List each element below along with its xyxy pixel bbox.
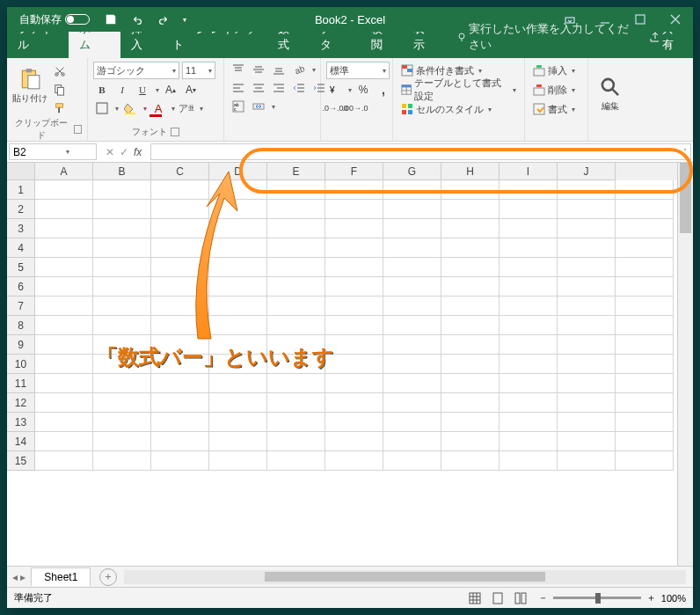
cell[interactable] xyxy=(267,413,325,432)
cell[interactable] xyxy=(325,238,383,258)
cell[interactable] xyxy=(441,277,499,297)
cell[interactable] xyxy=(499,393,558,413)
find-select-button[interactable]: 編集 xyxy=(594,68,627,121)
cell[interactable] xyxy=(209,316,267,335)
cell[interactable] xyxy=(93,316,151,335)
cell[interactable] xyxy=(558,335,616,355)
row-header[interactable]: 4 xyxy=(7,238,35,258)
cell[interactable] xyxy=(209,355,267,374)
cell[interactable] xyxy=(151,277,209,297)
cell[interactable] xyxy=(93,374,151,393)
cell[interactable] xyxy=(616,355,674,374)
cell[interactable] xyxy=(267,316,325,335)
cell[interactable] xyxy=(93,355,151,374)
cell[interactable] xyxy=(35,180,93,200)
col-header[interactable]: I xyxy=(499,163,558,180)
cell[interactable] xyxy=(325,200,383,219)
cell[interactable] xyxy=(499,316,558,335)
formula-bar-expand-icon[interactable]: ˅ xyxy=(683,148,687,156)
cell[interactable] xyxy=(267,335,325,355)
number-format-combo[interactable]: 標準▾ xyxy=(326,62,390,79)
cell[interactable] xyxy=(325,355,383,374)
zoom-level[interactable]: 100% xyxy=(661,593,686,604)
cell[interactable] xyxy=(558,277,616,297)
format-as-table-button[interactable]: テーブルとして書式設定▾ xyxy=(398,82,519,98)
cell[interactable] xyxy=(209,277,267,297)
cell[interactable] xyxy=(383,277,441,297)
format-painter-icon[interactable] xyxy=(51,100,69,116)
indent-decrease-icon[interactable] xyxy=(290,80,308,96)
enter-formula-icon[interactable]: ✓ xyxy=(120,146,128,158)
cell[interactable] xyxy=(267,277,325,297)
name-box-input[interactable] xyxy=(13,146,66,158)
cell[interactable] xyxy=(383,413,441,432)
cell[interactable] xyxy=(93,200,151,219)
cell[interactable] xyxy=(209,335,267,355)
col-header[interactable]: G xyxy=(383,163,441,180)
cell[interactable] xyxy=(325,393,383,413)
cell[interactable] xyxy=(325,219,383,238)
font-size-combo[interactable]: 11▾ xyxy=(182,62,215,79)
decrease-decimal-icon[interactable]: .00→.0 xyxy=(346,100,364,116)
cell[interactable] xyxy=(558,413,616,432)
clipboard-launcher-icon[interactable] xyxy=(74,125,82,134)
view-pagebreak-icon[interactable] xyxy=(512,590,529,606)
view-normal-icon[interactable] xyxy=(466,590,484,606)
row-header[interactable]: 2 xyxy=(7,200,35,219)
cell[interactable] xyxy=(267,393,325,413)
cell[interactable] xyxy=(93,277,151,297)
cell[interactable] xyxy=(93,451,151,471)
cell[interactable] xyxy=(35,413,93,432)
row-header[interactable]: 5 xyxy=(7,258,35,277)
cell[interactable] xyxy=(499,238,558,258)
new-sheet-button[interactable]: ＋ xyxy=(99,568,117,586)
cell[interactable] xyxy=(441,374,499,393)
cell[interactable] xyxy=(325,432,383,451)
cell[interactable] xyxy=(616,219,674,238)
cell[interactable] xyxy=(35,297,93,316)
cell[interactable] xyxy=(383,374,441,393)
cell[interactable] xyxy=(325,277,383,297)
row-header[interactable]: 13 xyxy=(7,413,35,432)
cell[interactable] xyxy=(35,335,93,355)
row-header[interactable]: 9 xyxy=(7,335,35,355)
cell[interactable] xyxy=(616,277,674,297)
cell[interactable] xyxy=(383,238,441,258)
cell[interactable] xyxy=(93,238,151,258)
cell[interactable] xyxy=(383,297,441,316)
cell[interactable] xyxy=(93,393,151,413)
underline-button[interactable]: U xyxy=(134,82,151,98)
orientation-icon[interactable]: ab xyxy=(290,62,308,77)
cell[interactable] xyxy=(558,355,616,374)
cell[interactable] xyxy=(267,238,325,258)
cell[interactable] xyxy=(325,180,383,200)
cell[interactable] xyxy=(558,393,616,413)
col-header[interactable]: B xyxy=(93,163,151,180)
cell[interactable] xyxy=(151,238,209,258)
row-header[interactable]: 10 xyxy=(7,355,35,374)
cell[interactable] xyxy=(383,393,441,413)
cell[interactable] xyxy=(616,180,674,200)
row-header[interactable]: 7 xyxy=(7,297,35,316)
align-center-icon[interactable] xyxy=(250,80,267,96)
undo-icon[interactable] xyxy=(128,11,146,27)
cell[interactable] xyxy=(441,355,499,374)
redo-icon[interactable] xyxy=(155,11,172,27)
cell[interactable] xyxy=(35,200,93,219)
cell[interactable] xyxy=(383,258,441,277)
cell[interactable] xyxy=(558,297,616,316)
cell[interactable] xyxy=(441,238,499,258)
cell[interactable] xyxy=(267,432,325,451)
font-family-combo[interactable]: 游ゴシック▾ xyxy=(93,62,179,79)
cell[interactable] xyxy=(383,335,441,355)
formula-bar[interactable]: ˅ xyxy=(150,143,691,160)
cell[interactable] xyxy=(441,335,499,355)
delete-cells-button[interactable]: 削除▾ xyxy=(530,82,578,98)
cell[interactable] xyxy=(151,374,209,393)
fx-icon[interactable]: fx xyxy=(134,146,142,158)
cell[interactable] xyxy=(209,238,267,258)
paste-button[interactable]: 貼り付け xyxy=(12,60,47,113)
cell[interactable] xyxy=(151,316,209,335)
cell[interactable] xyxy=(616,432,674,451)
cell[interactable] xyxy=(325,374,383,393)
